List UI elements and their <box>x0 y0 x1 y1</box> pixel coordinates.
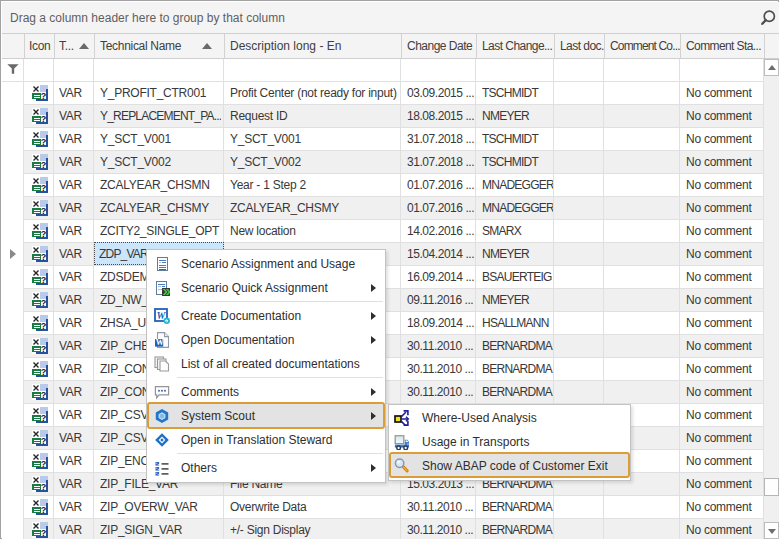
svg-text:?: ? <box>41 390 47 400</box>
svg-text:?: ? <box>41 160 47 170</box>
svg-text:?: ? <box>41 252 47 262</box>
svg-text:?: ? <box>41 229 47 239</box>
svg-text:?: ? <box>41 459 47 469</box>
svg-text:?: ? <box>41 275 47 285</box>
svg-text:?: ? <box>41 321 47 331</box>
svg-text:?: ? <box>41 528 47 538</box>
svg-text:?: ? <box>41 367 47 377</box>
svg-text:?: ? <box>41 505 47 515</box>
svg-text:?: ? <box>41 114 47 124</box>
svg-text:?: ? <box>41 183 47 193</box>
svg-text:W: W <box>156 338 164 347</box>
svg-text:?: ? <box>41 298 47 308</box>
svg-text:?: ? <box>41 206 47 216</box>
svg-text:?: ? <box>41 137 47 147</box>
svg-text:?: ? <box>41 482 47 492</box>
svg-text:?: ? <box>41 413 47 423</box>
svg-text:?: ? <box>41 436 47 446</box>
svg-text:?: ? <box>41 344 47 354</box>
svg-text:?: ? <box>41 91 47 101</box>
